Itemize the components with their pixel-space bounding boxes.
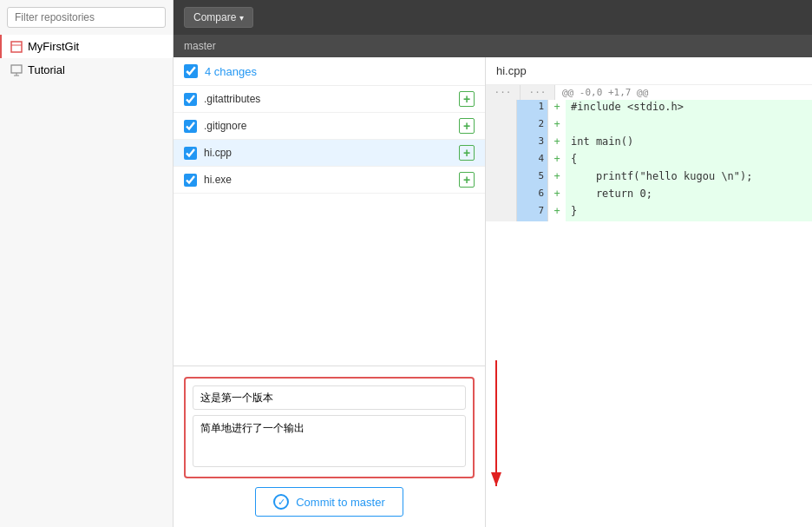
- diff-line-content-6: return 0;: [566, 187, 812, 204]
- sidebar-item-tutorial[interactable]: Tutorial: [0, 58, 173, 82]
- diff-meta-row: ··· ··· @@ -0,0 +1,7 @@: [486, 85, 812, 100]
- diff-lines: 1+#include <stdio.h>2+3+int main()4+{5+ …: [486, 100, 812, 221]
- sidebar: MyFirstGit Tutorial: [0, 0, 174, 527]
- commit-form: 简单地进行了一个输出: [184, 377, 475, 478]
- diff-line-content-1: #include <stdio.h>: [566, 100, 812, 117]
- diff-line-6: 6+ return 0;: [486, 187, 812, 204]
- commit-button-container: ✓ Commit to master: [184, 487, 475, 517]
- changes-header: 4 changes: [174, 57, 485, 86]
- compare-button[interactable]: Compare: [184, 7, 253, 28]
- repo-label-myfirstgit: MyFirstGit: [28, 40, 79, 53]
- file-list: .gitattributes + .gitignore + hi.cpp +: [174, 86, 485, 226]
- commit-description-textarea[interactable]: 简单地进行了一个输出: [193, 415, 466, 467]
- diff-sign-5: +: [548, 169, 566, 187]
- diff-sign-3: +: [548, 135, 566, 152]
- repository-list: MyFirstGit Tutorial: [0, 35, 173, 82]
- file-checkbox-gitattributes[interactable]: [184, 93, 197, 106]
- changes-count: 4 changes: [205, 65, 257, 78]
- diff-meta-text: @@ -0,0 +1,7 @@: [555, 85, 655, 100]
- diff-old-gutter-5: [486, 169, 517, 187]
- diff-new-gutter-5: 5: [517, 169, 548, 187]
- diff-old-gutter-4: [486, 152, 517, 169]
- file-add-icon-gitignore: +: [459, 118, 475, 134]
- commit-summary-input[interactable]: [193, 385, 466, 410]
- main-content: Compare master 4 changes .g: [174, 0, 812, 527]
- diff-old-gutter-3: [486, 135, 517, 152]
- file-panel: 4 changes .gitattributes + .gitignore +: [174, 57, 486, 527]
- diff-sign-4: +: [548, 152, 566, 169]
- file-name-hiexe: hi.exe: [204, 174, 452, 186]
- commit-button-label: Commit to master: [296, 496, 385, 509]
- diff-sign-6: +: [548, 187, 566, 204]
- file-row-gitignore[interactable]: .gitignore +: [174, 113, 485, 140]
- branch-bar: master: [174, 35, 812, 57]
- file-row-hiexe[interactable]: hi.exe +: [174, 167, 485, 194]
- file-panel-spacer: [174, 226, 485, 366]
- commit-to-master-button[interactable]: ✓ Commit to master: [255, 487, 403, 517]
- diff-old-gutter-1: [486, 100, 517, 117]
- diff-new-gutter-3: 3: [517, 135, 548, 152]
- file-name-gitignore: .gitignore: [204, 120, 452, 132]
- diff-line-content-3: int main(): [566, 135, 812, 152]
- select-all-checkbox[interactable]: [184, 64, 198, 78]
- diff-sign-7: +: [548, 204, 566, 221]
- diff-new-gutter-6: 6: [517, 187, 548, 204]
- diff-line-4: 4+{: [486, 152, 812, 169]
- diff-new-gutter-4: 4: [517, 152, 548, 169]
- sidebar-item-myfirstgit[interactable]: MyFirstGit: [0, 35, 173, 58]
- topbar: Compare: [174, 0, 812, 35]
- diff-panel: hi.cpp ··· ··· @@ -0,0 +1,7 @@ 1+#includ…: [486, 57, 812, 527]
- content-area: 4 changes .gitattributes + .gitignore +: [174, 57, 812, 527]
- check-circle-icon: ✓: [273, 494, 289, 510]
- svg-rect-2: [11, 65, 22, 73]
- diff-new-gutter-7: 7: [517, 204, 548, 221]
- diff-line-1: 1+#include <stdio.h>: [486, 100, 812, 117]
- file-row-hicpp[interactable]: hi.cpp +: [174, 140, 485, 167]
- compare-label: Compare: [193, 11, 236, 23]
- diff-new-gutter-1: 1: [517, 100, 548, 117]
- diff-line-7: 7+}: [486, 204, 812, 221]
- branch-name: master: [184, 40, 216, 52]
- diff-sign-2: +: [548, 117, 566, 135]
- file-add-icon-hiexe: +: [459, 172, 475, 188]
- diff-old-gutter-6: [486, 187, 517, 204]
- diff-new-meta-gutter: ···: [521, 85, 555, 100]
- diff-old-gutter-2: [486, 117, 517, 135]
- file-add-icon-hicpp: +: [459, 145, 475, 161]
- repo-label-tutorial: Tutorial: [28, 63, 65, 76]
- main-panel: Compare master 4 changes .g: [174, 0, 812, 527]
- diff-line-2: 2+: [486, 117, 812, 135]
- file-checkbox-hicpp[interactable]: [184, 147, 197, 160]
- file-name-hicpp: hi.cpp: [204, 147, 452, 159]
- file-row-gitattributes[interactable]: .gitattributes +: [174, 86, 485, 113]
- filter-repositories-input[interactable]: [7, 7, 166, 28]
- diff-line-5: 5+ printf("hello kugou \n");: [486, 169, 812, 187]
- diff-content: ··· ··· @@ -0,0 +1,7 @@ 1+#include <stdi…: [486, 85, 812, 527]
- diff-old-gutter-7: [486, 204, 517, 221]
- diff-line-content-2: [566, 117, 812, 135]
- diff-line-content-5: printf("hello kugou \n");: [566, 169, 812, 187]
- diff-new-gutter-2: 2: [517, 117, 548, 135]
- repo-icon: [10, 41, 23, 53]
- monitor-icon: [10, 64, 23, 76]
- diff-line-content-4: {: [566, 152, 812, 169]
- file-checkbox-hiexe[interactable]: [184, 174, 197, 187]
- file-add-icon-gitattributes: +: [459, 91, 475, 107]
- commit-area: 简单地进行了一个输出 ✓ Commit to master: [174, 366, 485, 527]
- diff-old-meta-gutter: ···: [486, 85, 521, 100]
- file-name-gitattributes: .gitattributes: [204, 93, 452, 105]
- file-checkbox-gitignore[interactable]: [184, 120, 197, 133]
- diff-sign-1: +: [548, 100, 566, 117]
- diff-line-content-7: }: [566, 204, 812, 221]
- svg-rect-0: [11, 42, 22, 52]
- diff-line-3: 3+int main(): [486, 135, 812, 152]
- diff-filename: hi.cpp: [486, 57, 812, 85]
